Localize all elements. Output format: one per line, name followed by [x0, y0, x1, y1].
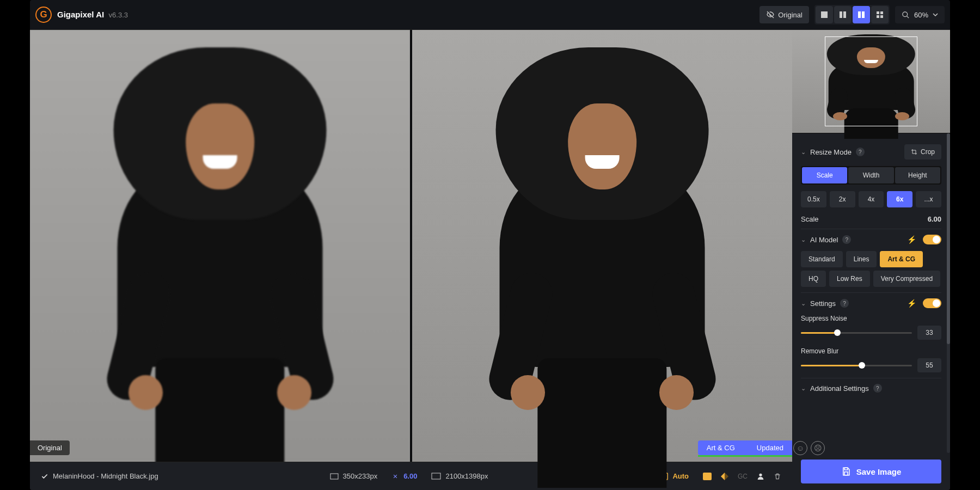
source-dimensions: 350x233px: [330, 472, 378, 480]
top-bar: G Gigapixel AI v6.3.3 Original 60%: [30, 0, 950, 30]
help-icon[interactable]: ?: [873, 384, 882, 393]
bolt-icon: ⚡: [907, 299, 916, 308]
svg-rect-5: [877, 11, 879, 14]
svg-rect-4: [862, 11, 865, 18]
bolt-icon: ⚡: [907, 235, 916, 244]
help-icon[interactable]: ?: [842, 235, 851, 244]
svg-rect-0: [821, 11, 828, 18]
check-icon: [41, 473, 48, 480]
app-title: Gigapixel AI v6.3.3: [57, 10, 128, 20]
scale-factor: 6.00: [391, 472, 417, 480]
grain-icon[interactable]: [703, 473, 712, 480]
aimodel-auto-toggle[interactable]: [923, 235, 941, 244]
scale-value: 6.00: [928, 215, 941, 223]
tab-width[interactable]: Width: [848, 167, 893, 183]
zoom-control[interactable]: 60%: [895, 6, 945, 23]
resize-title: Resize Mode: [810, 148, 852, 156]
split-vert-icon: [839, 11, 847, 19]
view-mode-group: [814, 5, 890, 24]
tab-height[interactable]: Height: [895, 167, 940, 183]
compare-colors-icon[interactable]: [720, 472, 729, 481]
blur-slider[interactable]: [801, 365, 912, 366]
svg-rect-3: [858, 11, 861, 18]
app-logo: G: [35, 7, 52, 23]
blur-label: Remove Blur: [801, 347, 941, 355]
factor-custom[interactable]: ...x: [916, 191, 941, 207]
model-art-cg[interactable]: Art & CG: [880, 251, 923, 267]
original-pane[interactable]: Original: [30, 30, 410, 462]
square-icon: [820, 11, 828, 19]
aimodel-title: AI Model: [810, 236, 838, 244]
help-icon[interactable]: ?: [840, 299, 849, 308]
settings-auto-toggle[interactable]: [923, 298, 941, 308]
output-dimensions: 2100x1398px: [431, 472, 488, 480]
svg-rect-12: [432, 473, 440, 479]
factor-0_5x[interactable]: 0.5x: [801, 191, 826, 207]
sidebyside-icon: [857, 11, 865, 19]
view-split-button[interactable]: [834, 6, 852, 23]
navigator-thumbnail[interactable]: [792, 30, 950, 133]
help-icon[interactable]: ?: [856, 148, 865, 156]
svg-point-9: [903, 11, 908, 16]
preview-state: Updated: [757, 444, 783, 452]
delete-icon[interactable]: [774, 472, 781, 481]
blur-value[interactable]: 55: [917, 358, 941, 372]
app-version: v6.3.3: [109, 11, 128, 19]
save-icon: [841, 467, 851, 476]
noise-label: Suppress Noise: [801, 315, 941, 322]
view-sidebyside-button[interactable]: [853, 6, 870, 23]
filename: MelaninHood - Midnight Black.jpg: [41, 472, 158, 480]
scale-icon: [391, 473, 399, 480]
navigator-viewport[interactable]: [825, 36, 917, 126]
aimodel-section: ⌄ AI Model ? ⚡ Standard Lines Art & CG H…: [801, 229, 941, 293]
noise-slider[interactable]: [801, 332, 912, 334]
crop-icon: [911, 149, 917, 155]
zoom-icon: [902, 11, 910, 19]
original-label: Original: [30, 440, 70, 455]
settings-section: ⌄ Settings ? ⚡ Suppress Noise: [801, 293, 941, 378]
svg-rect-2: [843, 11, 846, 18]
status-bar: MelaninHood - Midnight Black.jpg 350x233…: [30, 462, 792, 490]
zoom-value: 60%: [914, 11, 928, 19]
factor-4x[interactable]: 4x: [859, 191, 884, 207]
additional-title: Additional Settings: [810, 384, 869, 393]
chevron-down-icon[interactable]: ⌄: [801, 149, 806, 156]
toggle-original-button[interactable]: Original: [759, 6, 809, 23]
model-hq[interactable]: HQ: [801, 271, 826, 287]
resize-section: ⌄ Resize Mode ? Crop Scale Width Height: [801, 139, 941, 229]
svg-rect-11: [330, 474, 338, 479]
eye-off-icon: [766, 10, 775, 19]
sidebar-scrollbar[interactable]: [947, 133, 950, 453]
svg-rect-6: [880, 11, 883, 14]
model-lowres[interactable]: Low Res: [829, 271, 870, 287]
view-grid-button[interactable]: [871, 6, 889, 23]
svg-rect-17: [844, 472, 848, 475]
svg-rect-1: [840, 11, 842, 18]
crop-button[interactable]: Crop: [904, 144, 941, 160]
additional-section: ⌄ Additional Settings ?: [801, 378, 941, 398]
svg-rect-7: [877, 15, 879, 18]
factor-6x[interactable]: 6x: [887, 191, 912, 207]
model-lines[interactable]: Lines: [846, 251, 877, 267]
chevron-down-icon[interactable]: ⌄: [801, 236, 806, 243]
chevron-down-icon: [933, 12, 938, 17]
model-verycompressed[interactable]: Very Compressed: [873, 271, 940, 287]
factor-2x[interactable]: 2x: [830, 191, 855, 207]
dim-out-icon: [431, 473, 441, 480]
chevron-down-icon[interactable]: ⌄: [801, 385, 806, 392]
resize-tabs: Scale Width Height: [801, 166, 941, 185]
comparison-canvas[interactable]: Original Art & CG Updated ☺ ☹: [30, 30, 792, 462]
grid-icon: [876, 11, 884, 19]
sidebar: ⌄ Resize Mode ? Crop Scale Width Height: [792, 30, 950, 490]
save-image-button[interactable]: Save Image: [801, 460, 941, 483]
dim-in-icon: [330, 473, 339, 480]
tab-scale[interactable]: Scale: [802, 167, 847, 183]
chevron-down-icon[interactable]: ⌄: [801, 300, 806, 307]
model-standard[interactable]: Standard: [801, 251, 843, 267]
view-single-button[interactable]: [816, 6, 833, 23]
face-recovery-icon[interactable]: [756, 472, 765, 481]
settings-title: Settings: [810, 299, 836, 308]
preview-pane[interactable]: Art & CG Updated ☺ ☹: [412, 30, 792, 462]
noise-value[interactable]: 33: [917, 326, 941, 340]
scale-label: Scale: [801, 215, 819, 223]
